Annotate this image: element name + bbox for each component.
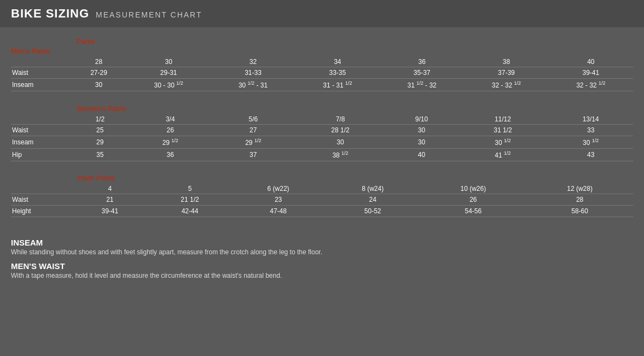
womens-waist-label: Waist: [11, 124, 71, 136]
mens-size-36: 36: [380, 56, 464, 67]
mens-waist-section: MEN'S WAIST With a tape measure, hold it…: [11, 261, 633, 279]
womens-inseam-910: 30: [386, 136, 457, 148]
womens-inseam-row: Inseam 29 29 1/2 29 1/2 30 30 30 1/2 30 …: [11, 136, 633, 148]
pants-label: Pants: [77, 37, 633, 45]
youth-pants-table: 4 5 6 (w22) 8 (w24) 10 (w26) 12 (w28) Wa…: [11, 183, 633, 221]
youth-pants-section: Youth Pants 4 5 6 (w22) 8 (w24) 10 (w26)…: [11, 174, 633, 221]
womens-inseam-1112: 30 1/2: [457, 136, 548, 148]
mens-inseam-label: Inseam: [11, 79, 71, 91]
mens-size-28: 28: [71, 56, 126, 67]
youth-height-12: 58-60: [526, 206, 633, 217]
mens-inseam-row: Inseam 30 30 - 30 1/2 30 1/2 - 31 31 - 3…: [11, 79, 633, 91]
inseam-title: INSEAM: [11, 238, 633, 247]
womens-hip-1314: 43: [548, 148, 633, 161]
womens-inseam-label: Inseam: [11, 136, 71, 148]
youth-waist-row: Waist 21 21 1/2 23 24 26 28: [11, 194, 633, 206]
mens-inseam-36: 31 1/2 - 32: [380, 79, 464, 91]
womens-waist-12: 25: [71, 124, 129, 136]
womens-hip-56: 37: [212, 148, 295, 161]
mens-pants-table: 28 30 32 34 36 38 40 Waist 27-29 29-31 3…: [11, 56, 633, 96]
womens-size-12: 1/2: [71, 114, 129, 125]
womens-hip-1112: 41 1/2: [457, 148, 548, 161]
womens-hip-label: Hip: [11, 148, 71, 161]
womens-waist-56: 27: [212, 124, 295, 136]
youth-pants-label: Youth Pants: [77, 174, 115, 182]
inseam-description: While standing without shoes and with fe…: [11, 248, 633, 256]
youth-waist-8: 24: [326, 194, 420, 206]
measurement-descriptions: INSEAM While standing without shoes and …: [11, 232, 633, 279]
womens-pants-label: Women's Pants: [77, 104, 126, 113]
womens-bottom-divider: [11, 161, 633, 165]
womens-hip-78: 38 1/2: [295, 148, 386, 161]
youth-waist-label: Waist: [11, 194, 71, 206]
womens-waist-1314: 33: [548, 124, 633, 136]
womens-inseam-34: 29 1/2: [129, 136, 212, 148]
youth-height-row: Height 39-41 42-44 47-48 50-52 54-56 58-…: [11, 206, 633, 217]
mens-inseam-34: 31 - 31 1/2: [295, 79, 380, 91]
page-subtitle: MEASUREMENT CHART: [96, 10, 202, 19]
youth-size-12: 12 (w28): [526, 183, 633, 194]
mens-waist-28: 27-29: [71, 67, 126, 79]
womens-inseam-12: 29: [71, 136, 129, 148]
mens-size-30: 30: [126, 56, 211, 67]
mens-size-34: 34: [295, 56, 380, 67]
mens-waist-40: 39-41: [549, 67, 633, 79]
youth-waist-5: 21 1/2: [149, 194, 231, 206]
youth-waist-4: 21: [71, 194, 149, 206]
youth-height-6: 47-48: [231, 206, 326, 217]
youth-size-row: 4 5 6 (w22) 8 (w24) 10 (w26) 12 (w28): [11, 183, 633, 194]
womens-waist-1112: 31 1/2: [457, 124, 548, 136]
mens-waist-label: Waist: [11, 67, 71, 79]
pants-section-label: Pants: [11, 37, 633, 45]
mens-waist-30: 29-31: [126, 67, 211, 79]
womens-hip-34: 36: [129, 148, 212, 161]
womens-size-56: 5/6: [212, 114, 295, 125]
womens-hip-12: 35: [71, 148, 129, 161]
youth-waist-10: 26: [420, 194, 526, 206]
youth-size-6: 6 (w22): [231, 183, 326, 194]
youth-waist-12: 28: [526, 194, 633, 206]
youth-size-5: 5: [149, 183, 231, 194]
womens-pants-table: 1/2 3/4 5/6 7/8 9/10 11/12 13/14 Waist 2…: [11, 114, 633, 166]
inseam-section: INSEAM While standing without shoes and …: [11, 238, 633, 256]
womens-inseam-78: 30: [295, 136, 386, 148]
mens-pants-label: Men's Pants: [11, 47, 633, 55]
womens-size-1314: 13/14: [548, 114, 633, 125]
youth-size-4: 4: [71, 183, 149, 194]
womens-size-1112: 11/12: [457, 114, 548, 125]
mens-inseam-32: 30 1/2 - 31: [211, 79, 295, 91]
page-title: BIKE SIZING: [11, 7, 89, 21]
womens-waist-34: 26: [129, 124, 212, 136]
mens-waist-36: 35-37: [380, 67, 464, 79]
youth-size-8: 8 (w24): [326, 183, 420, 194]
mens-waist-32: 31-33: [211, 67, 295, 79]
content-area: Pants Men's Pants 28 30 32 34 36 38 40 W…: [0, 27, 644, 296]
youth-height-4: 39-41: [71, 206, 149, 217]
mens-waist-34: 33-35: [295, 67, 380, 79]
womens-size-34: 3/4: [129, 114, 212, 125]
womens-pants-section: Women's Pants 1/2 3/4 5/6 7/8 9/10 11/12…: [11, 104, 633, 166]
womens-waist-78: 28 1/2: [295, 124, 386, 136]
womens-hip-910: 40: [386, 148, 457, 161]
youth-height-10: 54-56: [420, 206, 526, 217]
youth-height-5: 42-44: [149, 206, 231, 217]
mens-size-40: 40: [549, 56, 633, 67]
youth-waist-6: 23: [231, 194, 326, 206]
mens-waist-row: Waist 27-29 29-31 31-33 33-35 35-37 37-3…: [11, 67, 633, 79]
youth-height-label: Height: [11, 206, 71, 217]
youth-bottom-divider: [11, 217, 633, 221]
mens-inseam-30: 30 - 30 1/2: [126, 79, 211, 91]
youth-size-10: 10 (w26): [420, 183, 526, 194]
mens-pants-section: Men's Pants 28 30 32 34 36 38 40 Waist 2…: [11, 47, 633, 96]
womens-size-row: 1/2 3/4 5/6 7/8 9/10 11/12 13/14: [11, 114, 633, 125]
womens-inseam-1314: 30 1/2: [548, 136, 633, 148]
womens-waist-910: 30: [386, 124, 457, 136]
mens-waist-title: MEN'S WAIST: [11, 261, 633, 271]
mens-size-38: 38: [464, 56, 548, 67]
header: BIKE SIZING MEASUREMENT CHART: [0, 0, 644, 27]
youth-height-8: 50-52: [326, 206, 420, 217]
mens-inseam-40: 32 - 32 1/2: [549, 79, 633, 91]
mens-inseam-28: 30: [71, 79, 126, 91]
womens-size-78: 7/8: [295, 114, 386, 125]
womens-inseam-56: 29 1/2: [212, 136, 295, 148]
